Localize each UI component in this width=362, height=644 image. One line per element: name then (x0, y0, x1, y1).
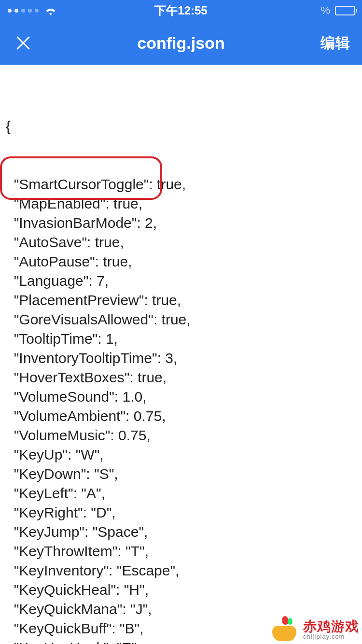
code-line: "MapEnabled": true, (6, 194, 356, 213)
code-line: "VolumeSound": 1.0, (6, 387, 356, 406)
status-left (8, 6, 57, 15)
close-icon (14, 34, 32, 52)
code-line: "AutoPause": true, (6, 252, 356, 271)
edit-button[interactable]: 编辑 (320, 33, 350, 53)
watermark-title: 赤鸡游戏 (303, 620, 359, 633)
code-line: "AutoSave": true, (6, 233, 356, 252)
code-line: "InvasionBarMode": 2, (6, 213, 356, 233)
code-line: "KeyJump": "Space", (6, 522, 356, 542)
code-line: "TooltipTime": 1, (6, 329, 356, 349)
status-right: % (320, 4, 355, 17)
code-line: "HoverTextBoxes": true, (6, 368, 356, 387)
code-line: "Language": 7, (6, 271, 356, 291)
close-button[interactable] (13, 32, 34, 54)
code-line: "PlacementPreview": true, (6, 291, 356, 310)
status-time: 下午12:55 (154, 3, 207, 18)
code-line: "KeyLeft": "A", (6, 484, 356, 503)
code-line: "KeyInventory": "Escape", (6, 561, 356, 580)
code-line: "VolumeAmbient": 0.75, (6, 406, 356, 426)
page-title: config.json (137, 34, 224, 53)
file-content[interactable]: { "SmartCursorToggle": true, "MapEnabled… (0, 65, 362, 644)
code-line: "SmartCursorToggle": true, (6, 175, 356, 194)
code-line: "KeyQuickHeal": "H", (6, 580, 356, 600)
status-bar: 下午12:55 % (0, 0, 362, 21)
battery-percent: % (320, 4, 331, 17)
watermark-url: chijiplay.com (303, 633, 359, 640)
code-line: { (6, 117, 356, 136)
battery-icon (335, 6, 355, 15)
code-line: "KeyUp": "W", (6, 445, 356, 464)
code-line: "KeyRight": "D", (6, 503, 356, 522)
code-line: "KeyDown": "S", (6, 464, 356, 484)
wifi-icon (44, 6, 57, 15)
code-line: "VolumeMusic": 0.75, (6, 426, 356, 445)
code-line: "GoreVisualsAllowed": true, (6, 310, 356, 329)
code-line: "KeyThrowItem": "T", (6, 542, 356, 561)
nav-bar: config.json 编辑 (0, 21, 362, 65)
watermark-logo-icon (272, 616, 299, 643)
code-line: "InventoryTooltipTime": 3, (6, 349, 356, 368)
watermark: 赤鸡游戏 chijiplay.com (269, 614, 362, 644)
